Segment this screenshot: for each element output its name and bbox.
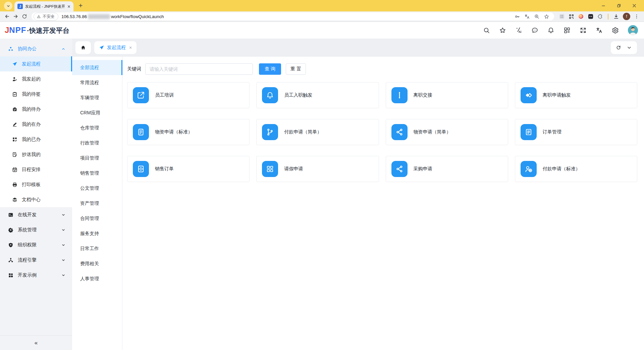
- window-close-button[interactable]: [627, 0, 642, 11]
- sidebar-item[interactable]: 我的待签: [0, 86, 72, 102]
- query-button[interactable]: 查 询: [259, 63, 281, 75]
- user-avatar[interactable]: [628, 25, 638, 35]
- tab-home[interactable]: [75, 41, 91, 54]
- flow-card[interactable]: 付款申请（标准）: [515, 156, 637, 182]
- reset-button[interactable]: 重 置: [286, 63, 306, 75]
- flow-card[interactable]: 物资申请（简单）: [386, 119, 508, 145]
- sidebar-item[interactable]: 我的待办: [0, 102, 72, 117]
- category-item[interactable]: 服务支持: [72, 226, 122, 241]
- sidebar-item[interactable]: 我的已办: [0, 132, 72, 147]
- extension-grid-doc-icon[interactable]: [559, 13, 565, 19]
- fullscreen-icon[interactable]: [580, 27, 587, 34]
- sidebar-item[interactable]: 我的在办: [0, 117, 72, 132]
- tabbar-actions: [611, 41, 637, 54]
- category-item[interactable]: 公文管理: [72, 181, 122, 196]
- sidebar-group-5[interactable]: 开发示例: [0, 268, 72, 283]
- flow-card[interactable]: 离职交接: [386, 82, 508, 108]
- translate-page-icon[interactable]: [524, 14, 530, 19]
- category-item[interactable]: 日常工作: [72, 241, 122, 256]
- flow-card[interactable]: 物资申请（标准）: [127, 119, 250, 145]
- category-item[interactable]: 全部流程: [72, 60, 122, 75]
- category-item[interactable]: 费用相关: [72, 256, 122, 271]
- flow-card[interactable]: 员工入职触发: [256, 82, 379, 108]
- flow-card[interactable]: 请假申请: [256, 156, 379, 182]
- back-button[interactable]: [3, 12, 11, 21]
- tab-close-button[interactable]: [67, 5, 71, 8]
- close-icon: [67, 5, 71, 8]
- security-chip[interactable]: 不安全: [34, 13, 58, 20]
- settings-icon[interactable]: [612, 27, 619, 34]
- sidebar-collapse-button[interactable]: «: [0, 335, 72, 350]
- toolbar-divider: [608, 14, 608, 19]
- extension-dark-icon[interactable]: [588, 13, 594, 19]
- flow-card[interactable]: 员工培训: [127, 82, 250, 108]
- flow-card[interactable]: 付款申请（简单）: [256, 119, 379, 145]
- sidebar-item[interactable]: 发起流程: [0, 56, 72, 71]
- flow-card[interactable]: 离职申请触发: [515, 82, 637, 108]
- extension-camera-icon[interactable]: [578, 13, 584, 19]
- message-icon[interactable]: [531, 27, 538, 34]
- window-minimize-button[interactable]: [596, 0, 611, 11]
- sidebar-group-4[interactable]: 流程引擎: [0, 252, 72, 268]
- tab-launch-flow[interactable]: 发起流程 ×: [94, 41, 137, 54]
- extensions-puzzle-icon[interactable]: [597, 14, 603, 19]
- new-tab-button[interactable]: [76, 1, 85, 10]
- category-item[interactable]: 行政管理: [72, 135, 122, 151]
- category-label: 合同管理: [80, 216, 99, 222]
- zoom-page-icon[interactable]: [534, 14, 540, 19]
- password-key-icon[interactable]: [515, 14, 520, 19]
- apps-icon[interactable]: [564, 27, 571, 34]
- download-icon[interactable]: [613, 13, 619, 19]
- tab-list-chevron-button[interactable]: [627, 45, 632, 50]
- sidebar-item[interactable]: 文档中心: [0, 192, 72, 207]
- flow-card[interactable]: 订单管理: [515, 119, 637, 145]
- sidebar-group-2[interactable]: 系统管理: [0, 222, 72, 237]
- category-item[interactable]: 车辆管理: [72, 90, 122, 105]
- category-item[interactable]: 合同管理: [72, 211, 122, 226]
- sidebar-group-3[interactable]: 组织权限: [0, 237, 72, 252]
- browser-extensions-area: f: [557, 13, 641, 20]
- category-item[interactable]: CRM应用: [72, 105, 122, 120]
- tab-close-icon[interactable]: ×: [129, 45, 132, 50]
- search-icon[interactable]: [483, 27, 490, 34]
- sidebar-item-label: 我的待签: [22, 91, 41, 97]
- category-item[interactable]: 常用流程: [72, 75, 122, 90]
- sidebar-item[interactable]: 打印模板: [0, 177, 72, 192]
- translate-icon[interactable]: [596, 27, 603, 34]
- sidebar-item[interactable]: 日程安排: [0, 162, 72, 177]
- notification-icon[interactable]: [547, 27, 554, 34]
- url-bar[interactable]: 不安全 106.53.76.86 workFlow/flowQuickLaunc…: [32, 12, 554, 20]
- category-item[interactable]: 项目管理: [72, 151, 122, 166]
- flow-card-grid: 员工培训员工入职触发离职交接离职申请触发物资申请（标准）付款申请（简单）物资申请…: [127, 82, 637, 182]
- browser-tab[interactable]: J 发起流程 - JNPF快速开发平台: [14, 1, 73, 11]
- sidebar-item[interactable]: 我发起的: [0, 71, 72, 86]
- flow-card[interactable]: 采购申请: [386, 156, 508, 182]
- calendar-check-icon: [12, 167, 17, 172]
- window-restore-button[interactable]: [611, 0, 627, 11]
- sidebar-group-1[interactable]: 在线开发: [0, 207, 72, 222]
- menu-kebab-icon[interactable]: [634, 14, 639, 19]
- logo-npf: NPF: [9, 25, 26, 35]
- omnibox-icons: [515, 14, 551, 19]
- sidebar-group-label: 在线开发: [18, 212, 37, 218]
- sidebar-group-0[interactable]: 协同办公: [0, 41, 72, 56]
- forward-button[interactable]: [11, 12, 20, 21]
- bell-icon: [262, 87, 278, 103]
- nodes-icon: [8, 46, 13, 52]
- tab-search-button[interactable]: [4, 2, 12, 10]
- extension-qr-icon[interactable]: [569, 14, 574, 19]
- category-item[interactable]: 资产管理: [72, 196, 122, 211]
- tab-refresh-button[interactable]: [616, 45, 621, 50]
- favorite-icon[interactable]: [499, 27, 506, 34]
- sidebar-group-label: 组织权限: [18, 242, 37, 248]
- category-item[interactable]: 仓库管理: [72, 120, 122, 135]
- keyword-input[interactable]: [145, 63, 253, 75]
- reload-button[interactable]: [20, 12, 29, 21]
- bookmark-star-icon[interactable]: [544, 14, 549, 19]
- browser-profile-avatar[interactable]: f: [623, 13, 630, 20]
- category-item[interactable]: 销售管理: [72, 166, 122, 181]
- sidebar-item[interactable]: 抄送我的: [0, 147, 72, 162]
- flow-card[interactable]: 销售订单: [127, 156, 250, 182]
- ai-assistant-icon[interactable]: Ai: [515, 27, 522, 34]
- category-item[interactable]: 人事管理: [72, 271, 122, 286]
